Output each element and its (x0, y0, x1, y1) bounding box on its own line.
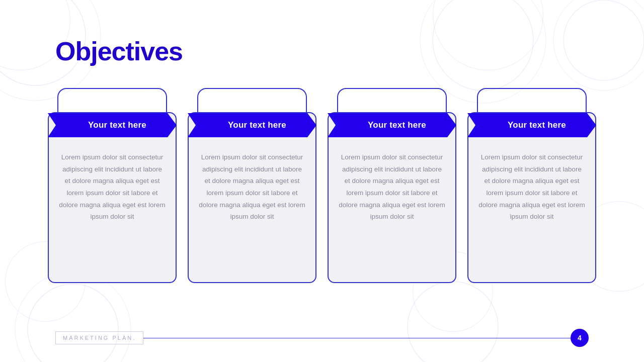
card-text-4: Lorem ipsum dolor sit consectetur adipis… (468, 137, 595, 228)
footer-label: Marketing Plan. (55, 331, 143, 344)
card-top-bracket-4 (477, 88, 587, 113)
bg-circle-decoration-4 (433, 0, 543, 70)
card-body-3: Your text hereLorem ipsum dolor sit cons… (328, 112, 456, 283)
card-text-3: Lorem ipsum dolor sit consectetur adipis… (329, 137, 455, 228)
svg-point-3 (15, 272, 131, 362)
card-banner-1: Your text here (48, 113, 177, 137)
card-body-4: Your text hereLorem ipsum dolor sit cons… (467, 112, 596, 283)
card-wrapper-4: Your text hereLorem ipsum dolor sit cons… (467, 88, 596, 283)
card-body-2: Your text hereLorem ipsum dolor sit cons… (188, 112, 316, 283)
page-footer: Marketing Plan. 4 (0, 329, 644, 347)
page-title: Objectives (55, 36, 183, 66)
svg-point-6 (408, 282, 498, 362)
card-wrapper-1: Your text hereLorem ipsum dolor sit cons… (48, 88, 177, 283)
card-wrapper-2: Your text hereLorem ipsum dolor sit cons… (188, 88, 316, 283)
card-banner-3: Your text here (328, 113, 456, 137)
footer-page-number: 4 (571, 329, 589, 347)
card-top-bracket-3 (337, 88, 447, 113)
svg-point-8 (553, 0, 644, 90)
svg-point-7 (564, 0, 644, 80)
card-banner-2: Your text here (188, 113, 316, 137)
cards-container: Your text hereLorem ipsum dolor sit cons… (48, 88, 596, 283)
svg-point-2 (28, 284, 118, 362)
card-top-bracket-2 (197, 88, 307, 113)
card-wrapper-3: Your text hereLorem ipsum dolor sit cons… (328, 88, 456, 283)
card-text-2: Lorem ipsum dolor sit consectetur adipis… (189, 137, 315, 228)
card-body-1: Your text hereLorem ipsum dolor sit cons… (48, 112, 177, 283)
card-text-1: Lorem ipsum dolor sit consectetur adipis… (49, 137, 176, 228)
card-banner-4: Your text here (467, 113, 596, 137)
footer-line (143, 338, 571, 338)
card-top-bracket-1 (57, 88, 167, 113)
svg-point-4 (433, 0, 533, 90)
bg-svg-decoration-far-right (548, 0, 644, 96)
